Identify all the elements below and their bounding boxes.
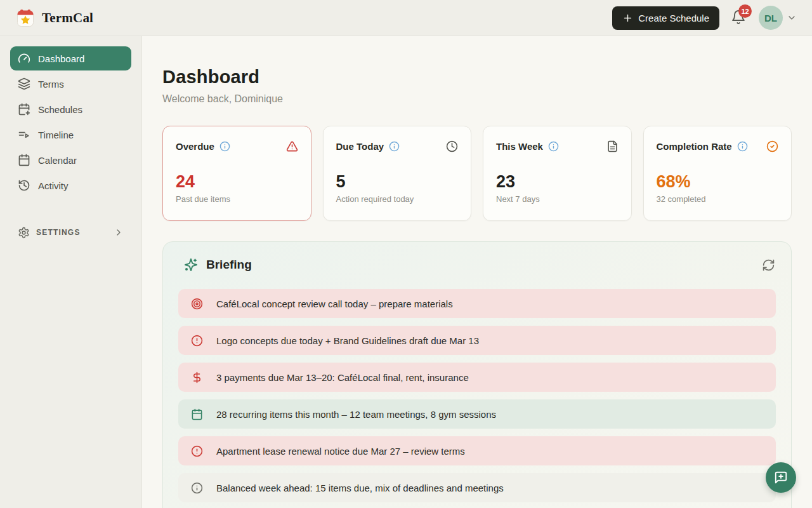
notification-count-badge: 12 [738,4,752,18]
sidebar-item-calendar[interactable]: Calendar [10,148,131,172]
briefing-item-text: Logo concepts due today + Brand Guidelin… [216,335,479,346]
chevron-right-icon [114,227,124,237]
history-icon [18,179,30,192]
alert-triangle-icon [286,140,298,152]
file-text-icon [606,140,619,152]
info-icon[interactable] [389,141,400,152]
message-square-plus-icon [774,471,788,485]
user-menu[interactable]: DL [759,6,797,30]
briefing-item-text: 3 payments due Mar 13–20: CaféLocal fina… [216,372,469,383]
stat-value: 5 [336,172,459,192]
stat-card-this-week[interactable]: This Week 23 Next 7 days [483,126,632,221]
sidebar-item-label: Schedules [38,104,82,115]
info-icon[interactable] [219,141,230,152]
briefing-item-text: 28 recurring items this month – 12 team … [216,409,496,420]
sidebar-item-terms[interactable]: Terms [10,72,131,96]
sidebar-item-label: Calendar [38,155,77,166]
briefing-title: Briefing [206,258,252,272]
sidebar: Dashboard Terms Schedules Timeline Calen… [0,36,142,508]
sidebar-item-timeline[interactable]: Timeline [10,123,131,147]
stat-sub: Action required today [336,194,459,204]
refresh-icon[interactable] [762,258,776,272]
sidebar-item-label: Activity [38,180,69,191]
briefing-item[interactable]: CaféLocal concept review call today – pr… [178,289,776,318]
clock-icon [446,140,458,152]
stat-card-title: This Week [496,141,543,152]
page-subtitle: Welcome back, Dominique [162,93,792,105]
sparkles-icon [183,257,199,272]
stat-sub: 32 completed [657,194,779,204]
briefing-item[interactable]: Logo concepts due today + Brand Guidelin… [178,326,776,355]
target-icon [191,298,203,310]
create-schedule-label: Create Schedule [638,13,709,23]
app-brand: TermCal [15,8,93,28]
dollar-icon [191,371,203,384]
sidebar-item-dashboard[interactable]: Dashboard [10,46,131,70]
app-title: TermCal [42,10,93,26]
info-icon[interactable] [548,141,559,152]
plus-icon [622,13,633,23]
stat-value: 23 [496,172,619,192]
chevron-down-icon [787,13,797,23]
briefing-item[interactable]: 3 payments due Mar 13–20: CaféLocal fina… [178,363,776,392]
sidebar-item-settings[interactable]: SETTINGS [10,222,131,243]
app-header: TermCal Create Schedule 12 DL [0,0,812,36]
gauge-icon [18,52,30,65]
briefing-item-text: Apartment lease renewal notice due Mar 2… [216,446,465,457]
briefing-item-text: Balanced week ahead: 15 items due, mix o… [216,483,504,493]
layers-icon [18,77,30,90]
stat-cards: Overdue 24 Past due items Due Today [162,126,792,221]
timeline-icon [18,128,30,141]
check-circle-icon [766,140,778,152]
stat-card-title: Completion Rate [657,141,732,152]
briefing-item[interactable]: Apartment lease renewal notice due Mar 2… [178,436,776,465]
sidebar-item-label: Terms [38,79,64,90]
stat-card-due-today[interactable]: Due Today 5 Action required today [323,126,472,221]
app-logo-icon [15,8,36,28]
calendar-icon [18,154,30,166]
calendar-plus-icon [18,103,30,116]
settings-label: SETTINGS [36,228,107,237]
info-icon[interactable] [737,141,748,152]
sidebar-item-activity[interactable]: Activity [10,173,131,197]
alert-circle-icon [191,335,203,347]
briefing-panel: Briefing CaféLocal concept review call t… [162,241,792,508]
avatar[interactable]: DL [759,6,783,30]
briefing-list: CaféLocal concept review call today – pr… [178,289,776,502]
stat-value: 68% [657,172,779,192]
stat-card-title: Overdue [176,141,214,152]
create-schedule-button[interactable]: Create Schedule [612,6,719,30]
briefing-item[interactable]: 28 recurring items this month – 12 team … [178,399,776,429]
main-content: Dashboard Welcome back, Dominique Overdu… [142,36,812,508]
stat-card-completion-rate[interactable]: Completion Rate 68% 32 completed [643,126,792,221]
stat-sub: Next 7 days [496,194,619,204]
stat-value: 24 [176,172,298,192]
page-title: Dashboard [162,67,792,88]
alert-circle-icon [191,445,203,457]
info-icon [191,482,203,494]
sidebar-item-schedules[interactable]: Schedules [10,97,131,121]
new-message-fab[interactable] [766,462,796,493]
sidebar-item-label: Dashboard [38,53,84,64]
notifications-button[interactable]: 12 [731,10,747,26]
stat-card-overdue[interactable]: Overdue 24 Past due items [162,126,311,221]
briefing-item-text: CaféLocal concept review call today – pr… [216,298,453,309]
gear-icon [18,227,30,239]
stat-card-title: Due Today [336,141,384,152]
stat-sub: Past due items [176,194,298,204]
sidebar-item-label: Timeline [38,130,74,140]
calendar-icon [191,408,203,420]
briefing-item[interactable]: Balanced week ahead: 15 items due, mix o… [178,473,776,502]
